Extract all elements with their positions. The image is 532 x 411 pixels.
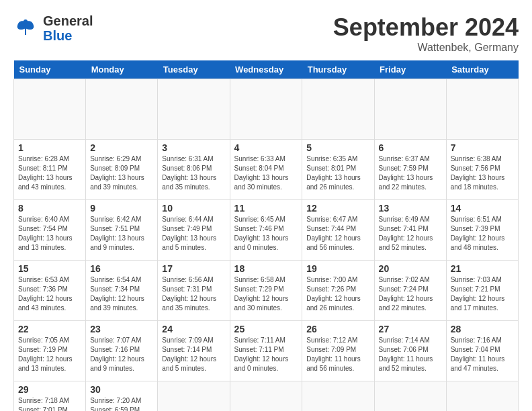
table-row: 30 Sunrise: 7:20 AM Sunset: 6:59 PM Dayl… [86,381,158,412]
day-number: 29 [18,384,81,395]
calendar-header-row: Sunday Monday Tuesday Wednesday Thursday… [14,60,519,79]
day-info: Sunrise: 7:09 AM Sunset: 7:14 PM Dayligh… [162,336,225,373]
table-row: 7 Sunrise: 6:38 AM Sunset: 7:56 PM Dayli… [446,140,518,200]
table-row: 26 Sunrise: 7:12 AM Sunset: 7:09 PM Dayl… [302,321,374,381]
day-info: Sunrise: 7:05 AM Sunset: 7:19 PM Dayligh… [18,336,81,373]
table-row: 17 Sunrise: 6:56 AM Sunset: 7:31 PM Dayl… [158,261,230,321]
table-row: 19 Sunrise: 7:00 AM Sunset: 7:26 PM Dayl… [302,261,374,321]
day-info: Sunrise: 7:18 AM Sunset: 7:01 PM Dayligh… [18,396,81,411]
table-row [374,381,446,412]
day-info: Sunrise: 6:35 AM Sunset: 8:01 PM Dayligh… [306,154,369,192]
calendar-week-row: 8 Sunrise: 6:40 AM Sunset: 7:54 PM Dayli… [14,200,519,261]
day-number: 5 [306,142,369,153]
day-number: 9 [90,203,153,214]
table-row [230,381,302,412]
table-row: 8 Sunrise: 6:40 AM Sunset: 7:54 PM Dayli… [14,200,86,261]
day-info: Sunrise: 6:49 AM Sunset: 7:41 PM Dayligh… [379,215,442,253]
page-header: General Blue September 2024 Wattenbek, G… [13,13,519,54]
day-number: 12 [306,203,369,214]
table-row: 6 Sunrise: 6:37 AM Sunset: 7:59 PM Dayli… [374,140,446,200]
day-number: 17 [162,263,225,274]
table-row: 16 Sunrise: 6:54 AM Sunset: 7:34 PM Dayl… [86,261,158,321]
calendar-week-row: 15 Sunrise: 6:53 AM Sunset: 7:36 PM Dayl… [14,261,519,321]
day-info: Sunrise: 7:14 AM Sunset: 7:06 PM Dayligh… [379,336,442,373]
calendar-week-row: 22 Sunrise: 7:05 AM Sunset: 7:19 PM Dayl… [14,321,519,381]
day-number: 6 [379,142,442,153]
table-row: 10 Sunrise: 6:44 AM Sunset: 7:49 PM Dayl… [158,200,230,261]
day-number: 25 [234,324,298,334]
day-info: Sunrise: 6:40 AM Sunset: 7:54 PM Dayligh… [18,215,81,253]
month-title: September 2024 [333,13,519,42]
table-row: 2 Sunrise: 6:29 AM Sunset: 8:09 PM Dayli… [86,140,158,200]
table-row: 9 Sunrise: 6:42 AM Sunset: 7:51 PM Dayli… [86,200,158,261]
col-friday: Friday [374,60,446,79]
day-number: 20 [379,263,442,274]
day-number: 1 [18,142,81,153]
day-number: 10 [162,203,225,214]
day-info: Sunrise: 6:42 AM Sunset: 7:51 PM Dayligh… [90,215,153,253]
day-info: Sunrise: 6:37 AM Sunset: 7:59 PM Dayligh… [379,154,442,192]
day-info: Sunrise: 6:28 AM Sunset: 8:11 PM Dayligh… [18,154,81,192]
col-sunday: Sunday [14,60,86,79]
day-number: 3 [162,142,225,153]
table-row: 1 Sunrise: 6:28 AM Sunset: 8:11 PM Dayli… [14,140,86,200]
table-row: 18 Sunrise: 6:58 AM Sunset: 7:29 PM Dayl… [230,261,302,321]
col-tuesday: Tuesday [158,60,230,79]
title-section: September 2024 Wattenbek, Germany [333,13,519,54]
logo-text-general: General [43,13,93,28]
day-info: Sunrise: 7:20 AM Sunset: 6:59 PM Dayligh… [90,396,153,411]
day-info: Sunrise: 6:54 AM Sunset: 7:34 PM Dayligh… [90,275,153,313]
day-info: Sunrise: 7:03 AM Sunset: 7:21 PM Dayligh… [451,275,514,313]
day-number: 19 [306,263,369,274]
day-info: Sunrise: 7:16 AM Sunset: 7:04 PM Dayligh… [451,336,514,373]
day-number: 23 [90,324,153,334]
table-row [302,79,374,140]
table-row [230,79,302,140]
day-number: 7 [451,142,514,153]
logo: General Blue [13,13,93,43]
day-info: Sunrise: 6:33 AM Sunset: 8:04 PM Dayligh… [234,154,298,192]
table-row: 20 Sunrise: 7:02 AM Sunset: 7:24 PM Dayl… [374,261,446,321]
col-thursday: Thursday [302,60,374,79]
col-saturday: Saturday [446,60,518,79]
table-row: 15 Sunrise: 6:53 AM Sunset: 7:36 PM Dayl… [14,261,86,321]
day-number: 4 [234,142,298,153]
calendar-week-row [14,79,519,140]
day-info: Sunrise: 6:51 AM Sunset: 7:39 PM Dayligh… [451,215,514,253]
table-row [158,79,230,140]
calendar-week-row: 1 Sunrise: 6:28 AM Sunset: 8:11 PM Dayli… [14,140,519,200]
day-number: 21 [451,263,514,274]
day-info: Sunrise: 7:02 AM Sunset: 7:24 PM Dayligh… [379,275,442,313]
day-info: Sunrise: 6:38 AM Sunset: 7:56 PM Dayligh… [451,154,514,192]
calendar-table: Sunday Monday Tuesday Wednesday Thursday… [13,60,519,411]
table-row: 14 Sunrise: 6:51 AM Sunset: 7:39 PM Dayl… [446,200,518,261]
col-monday: Monday [86,60,158,79]
table-row [302,381,374,412]
day-info: Sunrise: 6:47 AM Sunset: 7:44 PM Dayligh… [306,215,369,253]
table-row: 25 Sunrise: 7:11 AM Sunset: 7:11 PM Dayl… [230,321,302,381]
day-info: Sunrise: 7:12 AM Sunset: 7:09 PM Dayligh… [306,336,369,373]
day-number: 16 [90,263,153,274]
day-number: 11 [234,203,298,214]
table-row [446,381,518,412]
day-number: 2 [90,142,153,153]
day-info: Sunrise: 6:58 AM Sunset: 7:29 PM Dayligh… [234,275,298,313]
day-info: Sunrise: 6:29 AM Sunset: 8:09 PM Dayligh… [90,154,153,192]
day-number: 22 [18,324,81,334]
table-row: 13 Sunrise: 6:49 AM Sunset: 7:41 PM Dayl… [374,200,446,261]
day-info: Sunrise: 6:56 AM Sunset: 7:31 PM Dayligh… [162,275,225,313]
location: Wattenbek, Germany [333,42,519,54]
day-info: Sunrise: 6:45 AM Sunset: 7:46 PM Dayligh… [234,215,298,253]
day-info: Sunrise: 7:11 AM Sunset: 7:11 PM Dayligh… [234,336,298,373]
table-row [86,79,158,140]
day-info: Sunrise: 6:44 AM Sunset: 7:49 PM Dayligh… [162,215,225,253]
table-row: 23 Sunrise: 7:07 AM Sunset: 7:16 PM Dayl… [86,321,158,381]
day-info: Sunrise: 7:00 AM Sunset: 7:26 PM Dayligh… [306,275,369,313]
table-row: 21 Sunrise: 7:03 AM Sunset: 7:21 PM Dayl… [446,261,518,321]
day-number: 14 [451,203,514,214]
table-row [158,381,230,412]
col-wednesday: Wednesday [230,60,302,79]
table-row [374,79,446,140]
svg-point-1 [24,19,28,24]
day-number: 30 [90,384,153,395]
